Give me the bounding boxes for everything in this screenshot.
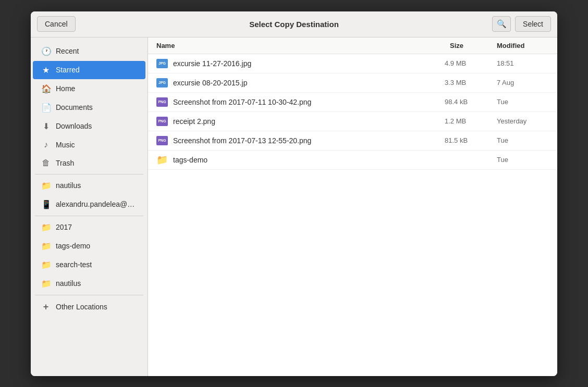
sidebar-item-other-locations[interactable]: + Other Locations: [33, 297, 145, 317]
folder-icon: 📁: [41, 222, 51, 232]
file-icon-jpg: JPG: [156, 77, 168, 89]
search-icon: 🔍: [497, 19, 507, 29]
file-icon-folder: 📁: [156, 154, 168, 166]
sidebar-item-label: Trash: [56, 159, 74, 167]
file-modified: Tue: [497, 156, 549, 164]
file-name: Screenshot from 2017-07-11 10-30-42.png: [173, 98, 439, 106]
dialog-title: Select Copy Destination: [249, 20, 339, 29]
file-name: excursie 11-27-2016.jpg: [173, 59, 439, 68]
downloads-icon: ⬇: [41, 121, 51, 131]
column-size-header: Size: [450, 42, 497, 49]
sidebar-item-label: Starred: [56, 66, 80, 74]
sidebar-item-account[interactable]: 📱 alexandru.pandelea@g...: [33, 195, 145, 214]
sidebar-item-recent[interactable]: 🕐 Recent: [33, 42, 145, 60]
file-list-panel: Name Size Modified JPG excursie 11-27-20…: [148, 38, 557, 376]
sidebar-item-home[interactable]: 🏠 Home: [33, 80, 145, 98]
trash-icon: 🗑: [41, 158, 51, 168]
file-modified: 18:51: [497, 59, 549, 67]
file-modified: Yesterday: [497, 117, 549, 125]
sidebar-item-label: Music: [56, 141, 75, 149]
documents-icon: 📄: [41, 103, 51, 113]
sidebar-item-label: Documents: [56, 103, 93, 111]
sidebar-separator-3: [35, 295, 143, 295]
sidebar-item-label: nautilus: [56, 181, 81, 190]
home-icon: 🏠: [41, 84, 51, 94]
file-size: 1.2 MB: [445, 117, 492, 125]
music-icon: ♪: [41, 140, 51, 149]
column-modified-header: Modified: [497, 42, 549, 49]
file-size: 81.5 kB: [445, 136, 492, 144]
file-row[interactable]: PNG Screenshot from 2017-07-11 10-30-42.…: [148, 93, 557, 112]
file-size: 98.4 kB: [445, 98, 492, 106]
file-size: 3.3 MB: [445, 79, 492, 86]
dialog-titlebar: Cancel Select Copy Destination 🔍 Select: [31, 11, 557, 38]
file-list-header: Name Size Modified: [148, 38, 557, 54]
sidebar-item-label: Downloads: [56, 122, 92, 130]
file-row[interactable]: JPG excursie 11-27-2016.jpg 4.9 MB 18:51: [148, 54, 557, 73]
file-row[interactable]: PNG receipt 2.png 1.2 MB Yesterday: [148, 112, 557, 131]
file-row[interactable]: JPG excursie 08-20-2015.jp 3.3 MB 7 Aug: [148, 73, 557, 93]
file-icon-png: PNG: [156, 96, 168, 108]
sidebar-item-label: tags-demo: [56, 242, 90, 250]
file-modified: Tue: [497, 98, 549, 106]
sidebar-item-label: Recent: [56, 47, 79, 55]
sidebar-item-nautilus2[interactable]: 📁 nautilus: [33, 274, 145, 293]
cancel-button[interactable]: Cancel: [37, 16, 76, 32]
folder-icon: 📁: [41, 260, 51, 270]
sidebar-item-starred[interactable]: ★ Starred: [33, 61, 145, 79]
file-name: receipt 2.png: [173, 117, 439, 126]
sidebar-item-downloads[interactable]: ⬇ Downloads: [33, 117, 145, 135]
sidebar-item-label: 2017: [56, 223, 72, 231]
sidebar-item-documents[interactable]: 📄 Documents: [33, 98, 145, 117]
plus-icon: +: [41, 302, 51, 313]
sidebar-item-trash[interactable]: 🗑 Trash: [33, 154, 145, 172]
sidebar-item-label: search-test: [56, 260, 92, 269]
folder-icon: 📁: [41, 241, 51, 251]
file-icon-png: PNG: [156, 116, 168, 127]
dialog-content: 🕐 Recent ★ Starred 🏠 Home 📄 Documents: [31, 38, 557, 376]
file-modified: 7 Aug: [497, 79, 549, 86]
sidebar-item-tags-demo[interactable]: 📁 tags-demo: [33, 237, 145, 255]
file-modified: Tue: [497, 136, 549, 144]
select-button[interactable]: Select: [515, 16, 551, 32]
folder-icon: 📁: [41, 279, 51, 289]
file-row[interactable]: 📁 tags-demo Tue: [148, 151, 557, 170]
sidebar-item-label: Home: [56, 84, 75, 93]
phone-icon: 📱: [41, 199, 51, 209]
sidebar-item-search-test[interactable]: 📁 search-test: [33, 256, 145, 274]
sidebar-item-label: alexandru.pandelea@g...: [56, 200, 137, 208]
sidebar-separator-2: [35, 216, 143, 216]
titlebar-right: 🔍 Select: [492, 16, 551, 32]
file-name: excursie 08-20-2015.jp: [173, 79, 439, 87]
titlebar-left: Cancel: [37, 16, 76, 32]
starred-icon: ★: [41, 65, 51, 75]
recent-icon: 🕐: [41, 46, 51, 56]
file-row[interactable]: PNG Screenshot from 2017-07-13 12-55-20.…: [148, 131, 557, 151]
file-chooser-dialog: Cancel Select Copy Destination 🔍 Select …: [31, 11, 557, 376]
sidebar-item-label: nautilus: [56, 279, 81, 288]
file-icon-jpg: JPG: [156, 58, 168, 69]
file-icon-png: PNG: [156, 135, 168, 146]
file-size: 4.9 MB: [445, 59, 492, 67]
file-name: tags-demo: [173, 156, 439, 164]
sidebar-item-2017[interactable]: 📁 2017: [33, 218, 145, 236]
column-name-header: Name: [156, 42, 450, 49]
sidebar: 🕐 Recent ★ Starred 🏠 Home 📄 Documents: [31, 38, 148, 376]
sidebar-item-music[interactable]: ♪ Music: [33, 136, 145, 154]
file-name: Screenshot from 2017-07-13 12-55-20.png: [173, 136, 439, 145]
sidebar-item-nautilus[interactable]: 📁 nautilus: [33, 177, 145, 195]
sidebar-item-label: Other Locations: [56, 303, 107, 311]
sidebar-separator-1: [35, 174, 143, 174]
search-button[interactable]: 🔍: [492, 16, 511, 32]
folder-icon: 📁: [41, 181, 51, 191]
